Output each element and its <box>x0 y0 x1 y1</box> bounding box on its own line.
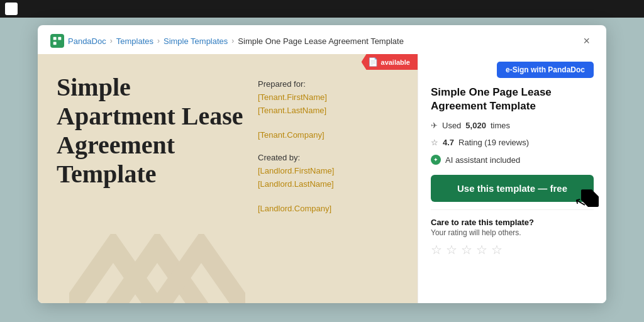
used-stat: ✈ Used 5,020 times <box>431 121 594 130</box>
rating-section-title: Care to rate this template? <box>431 218 594 227</box>
prepared-for-group: Prepared for: [Tenant.FirstName][Tenant.… <box>258 79 399 118</box>
template-info-title: Simple One Page Lease Agreement Template <box>431 86 594 113</box>
modal-body: 📄 available Simple Apartment Lease Agree… <box>38 54 606 303</box>
svg-rect-3 <box>53 37 57 40</box>
prepared-for-name: [Tenant.FirstName][Tenant.LastName] <box>258 91 399 118</box>
created-by-name: [Landlord.FirstName][Landlord.LastName] <box>258 165 399 191</box>
preview-panel: 📄 available Simple Apartment Lease Agree… <box>38 54 418 303</box>
rating-stat: ☆ 4.7 Rating (19 reviews) <box>431 138 594 147</box>
ai-label: AI assistant included <box>445 155 520 165</box>
chevron-decoration <box>69 234 245 303</box>
used-prefix: Used <box>442 121 461 130</box>
landlord-company: [Landlord.Company] <box>258 203 399 216</box>
star-icon: ☆ <box>431 138 438 147</box>
close-button[interactable]: × <box>579 34 594 48</box>
star-1[interactable]: ☆ <box>431 242 442 257</box>
modal-header: PandaDoc › Templates › Simple Templates … <box>38 25 606 54</box>
prepared-for-label: Prepared for: <box>258 79 399 89</box>
breadcrumb-sep-1: › <box>110 36 113 45</box>
breadcrumb: PandaDoc › Templates › Simple Templates … <box>50 34 404 48</box>
tenant-company-group: [Tenant.Company] <box>258 129 399 142</box>
ai-stat: ✦ AI assistant included <box>431 155 594 165</box>
modal: PandaDoc › Templates › Simple Templates … <box>38 25 606 303</box>
breadcrumb-templates[interactable]: Templates <box>116 36 153 46</box>
svg-rect-2 <box>8 9 11 13</box>
star-5[interactable]: ☆ <box>491 242 502 257</box>
svg-rect-0 <box>8 5 11 9</box>
tenant-company: [Tenant.Company] <box>258 129 399 142</box>
rating-value: 4.7 <box>443 138 454 147</box>
breadcrumb-sep-3: › <box>231 36 234 45</box>
rating-section-subtitle: Your rating will help others. <box>431 228 594 237</box>
star-3[interactable]: ☆ <box>461 242 472 257</box>
info-panel: e-Sign with PandaDoc Simple One Page Lea… <box>418 54 606 303</box>
rating-label: Rating (19 reviews) <box>458 138 529 147</box>
document-title: Simple Apartment Lease Agreement Templat… <box>57 73 245 189</box>
badge-icon: 📄 <box>368 57 378 67</box>
star-4[interactable]: ☆ <box>476 242 487 257</box>
use-template-button[interactable]: Use this template — free <box>431 175 594 202</box>
landlord-company-group: [Landlord.Company] <box>258 203 399 216</box>
created-by-label: Created by: <box>258 153 399 162</box>
used-label: times <box>491 121 510 130</box>
badge-label: available <box>381 58 410 66</box>
used-icon: ✈ <box>431 121 438 130</box>
esign-button[interactable]: e-Sign with PandaDoc <box>497 62 594 78</box>
breadcrumb-sep-2: › <box>157 36 160 45</box>
availability-badge: 📄 available <box>362 54 418 70</box>
svg-rect-5 <box>53 42 57 45</box>
stars-row: ☆ ☆ ☆ ☆ ☆ <box>431 242 594 257</box>
breadcrumb-pandadoc[interactable]: PandaDoc <box>68 36 106 46</box>
preview-fields: Prepared for: [Tenant.FirstName][Tenant.… <box>258 73 399 291</box>
svg-rect-1 <box>12 5 16 9</box>
breadcrumb-simple-templates[interactable]: Simple Templates <box>164 36 228 46</box>
used-count: 5,020 <box>465 121 486 130</box>
ai-icon: ✦ <box>431 155 441 165</box>
breadcrumb-current: Simple One Page Lease Agreement Template <box>238 36 404 46</box>
pandadoc-logo <box>50 34 64 48</box>
created-by-group: Created by: [Landlord.FirstName][Landlor… <box>258 153 399 191</box>
star-2[interactable]: ☆ <box>446 242 457 257</box>
topbar-logo <box>5 3 18 15</box>
svg-rect-4 <box>58 37 61 40</box>
rating-section: Care to rate this template? Your rating … <box>431 209 594 257</box>
